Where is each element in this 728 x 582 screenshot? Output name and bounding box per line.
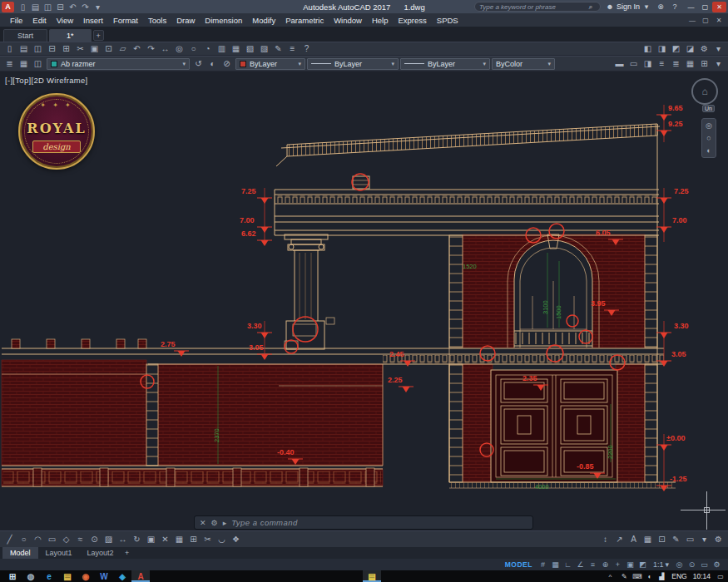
copy-object-icon[interactable]: ▣	[144, 533, 158, 545]
doc-minimize-button[interactable]: —	[686, 17, 698, 24]
exchange-apps-icon[interactable]: ⊗	[656, 2, 666, 11]
lineweight-icon[interactable]: ▣	[626, 560, 635, 569]
color-dropdown[interactable]: ByLayer ▾	[235, 58, 305, 70]
undo-icon[interactable]: ↶	[67, 1, 78, 13]
toolbar-menu-icon[interactable]: ▾	[697, 533, 711, 545]
group-panel-icon[interactable]: ▦	[683, 57, 697, 70]
save-file-icon[interactable]: ◫	[42, 1, 53, 13]
menu-parametric[interactable]: Parametric	[280, 13, 329, 27]
viewcube-home-icon[interactable]: ⌂	[701, 86, 707, 97]
more-icon[interactable]: ▾	[711, 57, 726, 70]
help-icon[interactable]: ?	[670, 2, 680, 11]
action-center-icon[interactable]: ▭	[716, 573, 725, 580]
redo-icon[interactable]: ↷	[80, 1, 91, 13]
viewport-controls-label[interactable]: [-][Top][2D Wireframe]	[5, 76, 88, 85]
explode-icon[interactable]: ❖	[229, 533, 243, 545]
layer-dropdown[interactable]: Ab razmer ▾	[47, 58, 190, 70]
array-icon[interactable]: ▦	[172, 533, 186, 545]
plot-icon[interactable]: ⊟	[45, 42, 59, 55]
menu-insert[interactable]: Insert	[78, 13, 108, 27]
menu-express[interactable]: Express	[393, 13, 431, 27]
isolate-objects-icon[interactable]: ◎	[675, 560, 684, 569]
signin-button[interactable]: ☻ Sign In ▾	[605, 2, 651, 11]
edge-icon[interactable]: e	[40, 570, 58, 582]
word-icon[interactable]: W	[95, 570, 113, 582]
draw-ellipse-icon[interactable]: ⊙	[87, 533, 102, 545]
layer-walk-icon[interactable]: ▭	[626, 57, 641, 70]
draw-polygon-icon[interactable]: ◇	[59, 533, 73, 545]
tab-drawing-1[interactable]: 1*	[49, 29, 92, 42]
move-icon[interactable]: ↔	[116, 533, 130, 545]
redo-icon[interactable]: ↷	[144, 42, 158, 55]
file-explorer-icon[interactable]: ▤	[58, 570, 77, 582]
osnap-icon[interactable]: ≡	[588, 560, 597, 569]
offset-icon[interactable]: ⊞	[186, 533, 201, 545]
autocad-icon[interactable]: A	[131, 570, 150, 582]
cortana-icon[interactable]: ◍	[22, 570, 40, 582]
table-icon[interactable]: ▦	[641, 533, 655, 545]
draworder-below-icon[interactable]: ◪	[683, 42, 697, 55]
viewcube[interactable]: ⌂	[691, 78, 718, 105]
model-space-indicator[interactable]: MODEL	[505, 560, 532, 569]
command-line[interactable]: ✕ ⚙ ▸ Type a command	[194, 515, 533, 530]
doc-restore-button[interactable]: ▢	[700, 17, 711, 24]
sheet-set-icon[interactable]: ▨	[257, 42, 271, 55]
new-layout-button[interactable]: +	[122, 549, 132, 557]
doc-close-button[interactable]: ✕	[713, 17, 725, 24]
copy-icon[interactable]: ▣	[87, 42, 102, 55]
text-icon[interactable]: A	[626, 533, 641, 545]
properties-toggle-icon[interactable]: ≡	[655, 57, 669, 70]
options-icon[interactable]: ⚙	[697, 42, 711, 55]
command-close-icon[interactable]: ✕	[200, 519, 206, 527]
insert-block-icon[interactable]: ⊡	[655, 533, 669, 545]
draw-hatch-icon[interactable]: ▨	[102, 533, 116, 545]
paste-icon[interactable]: ⊡	[102, 42, 116, 55]
plot-preview-icon[interactable]: ⊞	[59, 42, 73, 55]
quick-calc-icon[interactable]: ≡	[285, 42, 300, 55]
clock[interactable]: 10:14	[693, 572, 711, 580]
tool-palettes-icon[interactable]: ▧	[243, 42, 257, 55]
hardware-accel-icon[interactable]: ⊙	[687, 560, 696, 569]
make-object-layer-icon[interactable]: ▬	[612, 57, 626, 70]
designcenter-icon[interactable]: ▦	[229, 42, 243, 55]
tab-layout1[interactable]: Layout1	[38, 547, 80, 559]
list-view-icon[interactable]: ≣	[669, 57, 683, 70]
otrack-icon[interactable]: ⊕	[601, 560, 610, 569]
drawing-app-icon[interactable]: ▤	[363, 570, 381, 582]
tab-start[interactable]: Start	[3, 29, 47, 42]
layer-properties-icon[interactable]: ≣	[2, 57, 17, 70]
settings-icon[interactable]: ⚙	[711, 533, 726, 545]
network-icon[interactable]: ▟	[657, 573, 666, 580]
menu-dimension[interactable]: Dimension	[200, 13, 247, 27]
trim-icon[interactable]: ✂	[201, 533, 215, 545]
menu-spds[interactable]: SPDS	[432, 13, 463, 27]
properties-icon[interactable]: ▥	[215, 42, 229, 55]
undo-icon[interactable]: ↶	[130, 42, 144, 55]
zoom-realtime-icon[interactable]: ◎	[172, 42, 186, 55]
maximize-button[interactable]: ▢	[698, 2, 712, 12]
polar-icon[interactable]: ∠	[576, 560, 585, 569]
menu-view[interactable]: View	[52, 13, 78, 27]
region-icon[interactable]: ▭	[683, 533, 697, 545]
draw-spline-icon[interactable]: ≈	[73, 533, 87, 545]
qat-menu-icon[interactable]: ▾	[92, 1, 103, 13]
leader-icon[interactable]: ↗	[612, 533, 626, 545]
zoom-previous-icon[interactable]: ◔	[201, 42, 215, 55]
annotation-scale-control[interactable]: 1:1 ▾	[653, 560, 669, 569]
panel-expand-icon[interactable]: ⊞	[697, 57, 711, 70]
keyboard-icon[interactable]: ⌨	[632, 573, 641, 580]
steering-wheel-icon[interactable]: ◎	[706, 121, 712, 130]
match-layer-icon[interactable]: ◨	[641, 57, 655, 70]
draw-rect-icon[interactable]: ▭	[45, 533, 59, 545]
telegram-icon[interactable]: ◈	[113, 570, 131, 582]
layer-states-icon[interactable]: ◫	[31, 57, 45, 70]
markup-icon[interactable]: ✎	[271, 42, 285, 55]
draw-line-icon[interactable]: ╱	[2, 533, 17, 545]
layer-off-icon[interactable]: ⊘	[220, 57, 234, 70]
menu-window[interactable]: Window	[329, 13, 367, 27]
edit-polyline-icon[interactable]: ✎	[669, 533, 683, 545]
start-button[interactable]: ⊞	[3, 570, 22, 582]
orbit-icon[interactable]: ◐	[706, 146, 711, 155]
grid-icon[interactable]: #	[538, 560, 547, 569]
snap-icon[interactable]: ▦	[551, 560, 560, 569]
